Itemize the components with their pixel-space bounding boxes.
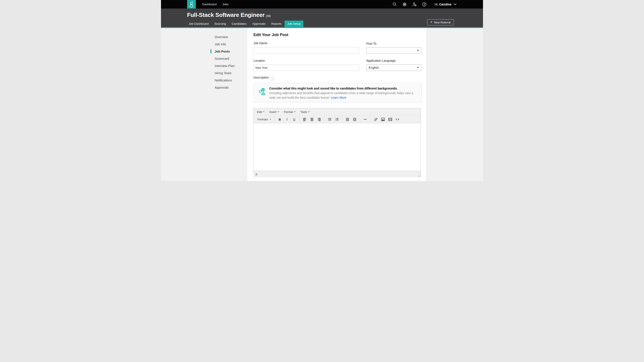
greenhouse-logo[interactable] bbox=[187, 0, 196, 8]
underline-button[interactable]: U bbox=[291, 116, 298, 122]
sidebar-item-approvals[interactable]: Approvals bbox=[210, 84, 247, 91]
post-to-select[interactable] bbox=[366, 47, 422, 54]
align-right-button[interactable] bbox=[316, 116, 323, 122]
location-input[interactable] bbox=[254, 64, 359, 71]
notice-bold-text: Consider what this might look and sound … bbox=[269, 87, 398, 90]
dropdown-arrow-icon bbox=[417, 50, 419, 51]
horizontal-rule-icon bbox=[364, 117, 367, 121]
outdent-button[interactable] bbox=[344, 116, 351, 122]
sidebar-item-scorecard[interactable]: Scorecard bbox=[210, 55, 247, 62]
formats-dropdown[interactable]: Formats bbox=[256, 116, 273, 122]
svg-text:3: 3 bbox=[335, 120, 336, 121]
top-bar: Dashboard Jobs bbox=[161, 0, 483, 8]
greeting-name: Caroline bbox=[439, 3, 452, 6]
toolbar-separator bbox=[370, 116, 371, 122]
numbered-list-icon: 123 bbox=[335, 117, 339, 121]
user-add-icon[interactable] bbox=[412, 2, 417, 6]
insert-media-button[interactable] bbox=[386, 116, 394, 122]
italic-button[interactable]: I bbox=[284, 116, 291, 122]
job-header: Full-Stack Software Engineer(18) Job Das… bbox=[161, 8, 483, 27]
numbered-list-button[interactable]: 123 bbox=[334, 116, 340, 122]
caret-down-icon bbox=[270, 119, 271, 120]
learn-more-link[interactable]: Learn More bbox=[331, 96, 346, 99]
help-icon[interactable]: ? bbox=[422, 2, 426, 6]
bullet-list-button[interactable] bbox=[326, 116, 334, 122]
menu-format[interactable]: Format bbox=[282, 108, 298, 115]
align-center-button[interactable] bbox=[308, 116, 316, 122]
source-code-button[interactable] bbox=[394, 116, 401, 122]
sidebar-item-job-posts[interactable]: Job Posts bbox=[210, 48, 247, 55]
tab-job-dashboard[interactable]: Job Dashboard bbox=[186, 20, 212, 27]
tab-candidates[interactable]: Candidates bbox=[229, 20, 250, 27]
top-nav: Dashboard Jobs bbox=[202, 0, 229, 8]
sidebar-item-overview[interactable]: Overview bbox=[210, 33, 247, 40]
info-icon[interactable]: i bbox=[270, 77, 275, 81]
main-panel: Edit Your Job Post Job Name Post To Loca… bbox=[247, 28, 426, 181]
nav-jobs[interactable]: Jobs bbox=[222, 3, 229, 6]
resize-grip-icon[interactable] bbox=[418, 174, 420, 177]
active-item-marker bbox=[210, 49, 212, 53]
svg-text:?: ? bbox=[424, 3, 425, 6]
plus-icon: + bbox=[430, 20, 432, 24]
content-area: Edit Your Job Post Job Name Post To Loca… bbox=[161, 28, 483, 181]
page-title: Edit Your Job Post bbox=[254, 33, 288, 37]
application-language-select[interactable]: English bbox=[366, 64, 422, 71]
job-title: Full-Stack Software Engineer(18) bbox=[187, 11, 270, 18]
gear-icon[interactable] bbox=[402, 2, 407, 6]
bullet-list-icon bbox=[328, 117, 332, 121]
media-icon bbox=[388, 117, 392, 121]
new-referral-label: New Referral bbox=[434, 21, 450, 24]
inclusion-notice-text: Consider what this might look and sound … bbox=[269, 86, 419, 100]
application-language-value: English bbox=[369, 66, 417, 69]
tab-sourcing[interactable]: Sourcing bbox=[212, 20, 229, 27]
insert-image-button[interactable] bbox=[380, 116, 386, 122]
description-label: Descriptioni bbox=[254, 76, 275, 81]
editor-body[interactable] bbox=[254, 123, 420, 171]
job-tabs: Job Dashboard Sourcing Candidates Approv… bbox=[186, 20, 304, 27]
insert-link-button[interactable] bbox=[372, 116, 380, 122]
underline-icon: U bbox=[293, 117, 295, 121]
description-editor: Edit Insert Format Tools Formats B I U bbox=[254, 108, 421, 177]
tab-reports[interactable]: Reports bbox=[268, 20, 284, 27]
tab-approvals[interactable]: Approvals bbox=[250, 20, 268, 27]
application-language-label: Application Language bbox=[366, 59, 396, 62]
element-path[interactable]: p bbox=[256, 172, 257, 176]
greeting-prefix: Hi, bbox=[434, 3, 438, 6]
align-left-button[interactable] bbox=[301, 116, 308, 122]
job-count-badge: (18) bbox=[266, 14, 270, 17]
sidebar-item-job-info[interactable]: Job Info bbox=[210, 40, 247, 48]
setup-sidebar: Overview Job Info Job Posts Scorecard In… bbox=[210, 33, 247, 91]
source-code-icon bbox=[396, 117, 399, 121]
job-name-input[interactable] bbox=[254, 47, 359, 53]
bold-icon: B bbox=[279, 117, 281, 121]
location-label: Location bbox=[254, 59, 265, 62]
horizontal-rule-button[interactable] bbox=[362, 116, 369, 122]
nav-dashboard[interactable]: Dashboard bbox=[202, 3, 217, 6]
link-icon bbox=[374, 117, 378, 121]
new-referral-button[interactable]: + New Referral bbox=[427, 19, 454, 25]
tab-job-setup[interactable]: Job Setup bbox=[284, 20, 304, 27]
search-icon[interactable] bbox=[392, 2, 397, 6]
menu-edit[interactable]: Edit bbox=[254, 108, 267, 115]
user-menu[interactable]: Hi, Caroline bbox=[434, 3, 457, 6]
sidebar-item-notifications[interactable]: Notifications bbox=[210, 77, 247, 84]
dropdown-arrow-icon bbox=[417, 67, 419, 68]
indent-button[interactable] bbox=[351, 116, 358, 122]
editor-menubar: Edit Insert Format Tools bbox=[254, 108, 420, 116]
editor-statusbar: p bbox=[254, 171, 420, 177]
toolbar-separator bbox=[300, 116, 300, 122]
inclusion-notice: Consider what this might look and sound … bbox=[254, 83, 422, 102]
caret-down-icon bbox=[308, 111, 310, 112]
align-right-icon bbox=[318, 117, 321, 121]
sidebar-item-hiring-team[interactable]: Hiring Team bbox=[210, 69, 247, 77]
outdent-icon bbox=[346, 117, 349, 121]
menu-insert[interactable]: Insert bbox=[267, 108, 282, 115]
editor-toolbar: Formats B I U bbox=[254, 116, 420, 123]
menu-tools[interactable]: Tools bbox=[298, 108, 312, 115]
indent-icon bbox=[353, 117, 356, 121]
chevron-down-icon bbox=[454, 3, 457, 5]
post-to-label: Post To bbox=[366, 42, 376, 45]
shapes-diversity-icon bbox=[259, 88, 266, 96]
bold-button[interactable]: B bbox=[276, 116, 284, 122]
sidebar-item-interview-plan[interactable]: Interview Plan bbox=[210, 62, 247, 69]
